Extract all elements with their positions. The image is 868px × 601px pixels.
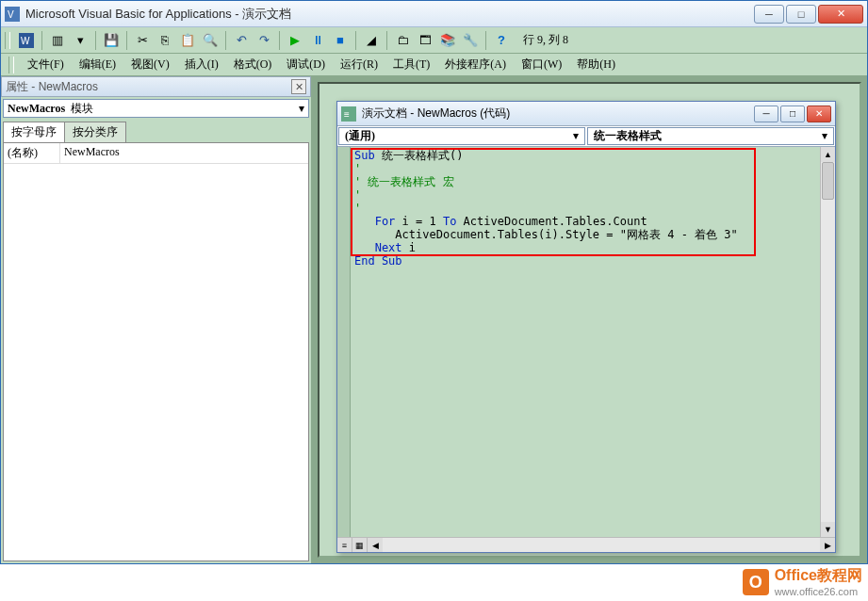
code-minimize-button[interactable]: ─ [754,106,778,122]
watermark-icon: O [743,569,769,595]
scroll-thumb[interactable] [822,162,834,200]
toolbar: W ▥ ▾ 💾 ✂ ⎘ 📋 🔍 ↶ ↷ ▶ ⏸ ■ ◢ 🗀 🗔 📚 🔧 ? 行 … [1,27,867,54]
scroll-left-icon[interactable]: ◀ [368,538,383,552]
watermark-title: Office教程网 [775,566,862,586]
redo-icon[interactable]: ↷ [254,30,274,51]
horizontal-scrollbar[interactable]: ≡ ▦ ◀ ▶ [337,537,835,552]
menubar: 文件(F) 编辑(E) 视图(V) 插入(I) 格式(O) 调试(D) 运行(R… [1,54,867,76]
property-key: (名称) [4,143,60,163]
close-button[interactable]: ✕ [818,5,863,24]
toolbox-icon[interactable]: 🔧 [460,30,481,51]
code-window-titlebar[interactable]: ≡ 演示文档 - NewMacros (代码) ─ □ ✕ [337,102,835,126]
window-title: Microsoft Visual Basic for Applications … [25,6,754,23]
watermark: O Office教程网 www.office26.com [743,566,862,597]
menu-tools[interactable]: 工具(T) [387,55,435,74]
procedure-view-icon[interactable]: ≡ [337,538,352,552]
watermark-url: www.office26.com [775,586,862,597]
object-browser-icon[interactable]: 📚 [437,30,458,51]
code-window-title: 演示文档 - NewMacros (代码) [362,106,754,122]
menu-format[interactable]: 格式(O) [228,55,278,74]
cursor-position: 行 9, 列 8 [523,32,568,48]
svg-text:V: V [8,9,14,20]
properties-title: 属性 - NewMacros [6,79,98,95]
scroll-right-icon[interactable]: ▶ [820,538,835,552]
object-dropdown[interactable]: (通用) ▾ [338,127,585,145]
scroll-up-icon[interactable]: ▲ [821,147,835,162]
properties-grid: (名称) NewMacros [3,142,309,561]
properties-header: 属性 - NewMacros ✕ [1,76,311,97]
app-icon: V [5,7,20,22]
minimize-button[interactable]: ─ [754,5,784,24]
code-editor[interactable]: Sub 统一表格样式() ' ' 统一表格样式 宏 ' ' For i = 1 … [337,147,835,552]
maximize-button[interactable]: □ [786,5,816,24]
mdi-area: ≡ 演示文档 - NewMacros (代码) ─ □ ✕ (通用) ▾ [312,76,867,563]
tab-alphabetic[interactable]: 按字母序 [3,122,65,142]
menu-debug[interactable]: 调试(D) [281,55,331,74]
code-gutter [337,147,351,537]
menu-insert[interactable]: 插入(I) [179,55,224,74]
properties-close-button[interactable]: ✕ [291,79,306,94]
code-content[interactable]: Sub 统一表格样式() ' ' 统一表格样式 宏 ' ' For i = 1 … [351,147,820,537]
property-value[interactable]: NewMacros [60,143,123,163]
copy-icon[interactable]: ⎘ [155,30,175,51]
toolbar-handle[interactable] [5,32,10,49]
chevron-down-icon: ▾ [573,129,579,143]
chevron-down-icon: ▾ [299,102,304,116]
full-module-view-icon[interactable]: ▦ [352,538,368,552]
stop-icon[interactable]: ■ [330,30,351,51]
save-icon[interactable]: 💾 [101,30,122,51]
code-window-icon: ≡ [341,106,356,122]
cut-icon[interactable]: ✂ [132,30,153,51]
tab-categorized[interactable]: 按分类序 [64,122,126,142]
run-icon[interactable]: ▶ [285,30,305,51]
properties-panel: 属性 - NewMacros ✕ NewMacros 模块 ▾ 按字母序 按分类… [1,76,312,563]
pause-icon[interactable]: ⏸ [307,30,328,51]
mdi-client: ≡ 演示文档 - NewMacros (代码) ─ □ ✕ (通用) ▾ [318,82,861,558]
menu-addins[interactable]: 外接程序(A) [439,55,512,74]
find-icon[interactable]: 🔍 [200,30,221,51]
property-tabs: 按字母序 按分类序 [3,122,309,142]
menu-run[interactable]: 运行(R) [335,55,384,74]
menu-file[interactable]: 文件(F) [22,55,70,74]
menu-edit[interactable]: 编辑(E) [74,55,122,74]
menubar-handle[interactable] [8,57,14,73]
menu-view[interactable]: 视图(V) [125,55,175,74]
main-window: V Microsoft Visual Basic for Application… [0,0,868,564]
vertical-scrollbar[interactable]: ▲ ▼ [820,147,835,537]
insert-module-icon[interactable]: ▥ [47,30,68,51]
code-close-button[interactable]: ✕ [807,106,831,122]
scroll-down-icon[interactable]: ▼ [821,522,835,537]
svg-text:W: W [21,36,30,46]
undo-icon[interactable]: ↶ [231,30,252,51]
word-icon[interactable]: W [16,30,37,51]
code-maximize-button[interactable]: □ [780,106,805,122]
paste-icon[interactable]: 📋 [177,30,198,51]
procedure-dropdown-value: 统一表格样式 [594,128,662,144]
titlebar[interactable]: V Microsoft Visual Basic for Application… [1,1,867,27]
code-dropdowns: (通用) ▾ 统一表格样式 ▾ [337,126,835,147]
code-window: ≡ 演示文档 - NewMacros (代码) ─ □ ✕ (通用) ▾ [336,101,836,553]
object-selector[interactable]: NewMacros 模块 ▾ [3,99,309,118]
menu-help[interactable]: 帮助(H) [571,55,621,74]
svg-text:≡: ≡ [344,109,350,120]
menu-window[interactable]: 窗口(W) [516,55,567,74]
chevron-down-icon: ▾ [822,129,827,143]
help-icon[interactable]: ? [491,30,512,51]
body-area: 属性 - NewMacros ✕ NewMacros 模块 ▾ 按字母序 按分类… [1,76,867,563]
scroll-track[interactable] [383,538,820,552]
project-explorer-icon[interactable]: 🗀 [392,30,413,51]
dropdown-icon[interactable]: ▾ [70,30,90,51]
design-mode-icon[interactable]: ◢ [361,30,382,51]
properties-icon[interactable]: 🗔 [415,30,435,51]
object-dropdown-value: (通用) [345,128,375,144]
procedure-dropdown[interactable]: 统一表格样式 ▾ [587,127,834,145]
object-type: 模块 [71,101,93,117]
property-row[interactable]: (名称) NewMacros [4,143,308,164]
object-name: NewMacros [8,102,65,116]
